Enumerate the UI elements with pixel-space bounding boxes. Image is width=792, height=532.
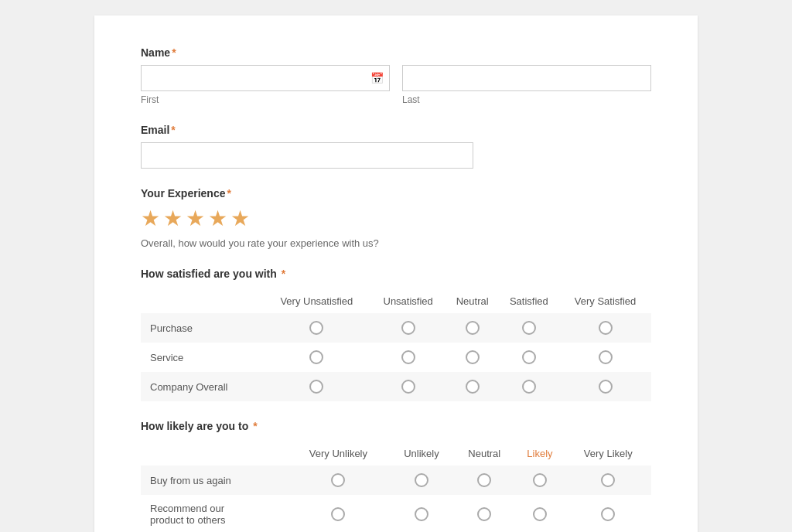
email-label-text: Email: [141, 124, 169, 136]
service-very-unsatisfied-cell: [263, 343, 370, 372]
first-name-field: 📅 First: [141, 65, 390, 105]
recommend-unlikely-cell: [389, 495, 454, 532]
service-very-unsatisfied-radio[interactable]: [309, 350, 323, 364]
name-required-star: *: [172, 46, 176, 59]
purchase-neutral-radio[interactable]: [466, 321, 480, 335]
likely-col-unlikely: Unlikely: [389, 442, 454, 466]
table-row: Service: [141, 343, 651, 372]
table-row: Buy from us again: [141, 466, 651, 495]
satisfaction-section: How satisfied are you with * Very Unsati…: [141, 268, 651, 401]
last-label: Last: [402, 94, 651, 105]
likely-row-header: [141, 442, 288, 466]
company-very-unsatisfied-radio[interactable]: [309, 380, 323, 394]
satisfaction-col-very-unsatisfied: Very Unsatisfied: [263, 289, 370, 313]
purchase-very-satisfied-radio[interactable]: [599, 321, 613, 335]
stars-row: ★ ★ ★ ★ ★: [141, 206, 651, 231]
likely-title: How likely are you to *: [141, 420, 651, 432]
service-neutral-radio[interactable]: [466, 350, 480, 364]
row-label-service: Service: [141, 343, 263, 372]
likely-col-very-unlikely: Very Unlikely: [288, 442, 389, 466]
email-input[interactable]: [141, 142, 473, 169]
row-label-buy-again: Buy from us again: [141, 466, 288, 495]
star-5[interactable]: ★: [230, 206, 250, 231]
satisfaction-header-row: Very Unsatisfied Unsatisfied Neutral Sat…: [141, 289, 651, 313]
likely-section: How likely are you to * Very Unlikely Un…: [141, 420, 651, 532]
recommend-neutral-radio[interactable]: [477, 507, 491, 521]
experience-label: Your Experience*: [141, 187, 651, 200]
row-label-company-overall: Company Overall: [141, 372, 263, 401]
satisfaction-required-star: *: [282, 268, 285, 280]
company-neutral-cell: [446, 372, 499, 401]
buy-neutral-cell: [454, 466, 515, 495]
purchase-very-satisfied-cell: [559, 313, 651, 343]
star-1[interactable]: ★: [141, 206, 160, 231]
buy-very-unlikely-radio[interactable]: [331, 473, 345, 487]
likely-col-neutral: Neutral: [454, 442, 515, 466]
service-very-satisfied-radio[interactable]: [599, 350, 613, 364]
row-label-purchase: Purchase: [141, 313, 263, 343]
table-row: Purchase: [141, 313, 651, 343]
buy-very-unlikely-cell: [288, 466, 389, 495]
company-very-satisfied-radio[interactable]: [599, 380, 613, 394]
recommend-neutral-cell: [454, 495, 515, 532]
recommend-likely-radio[interactable]: [533, 507, 547, 521]
service-unsatisfied-radio[interactable]: [401, 350, 415, 364]
email-required-star: *: [171, 124, 175, 136]
recommend-very-likely-radio[interactable]: [601, 507, 615, 521]
buy-very-likely-radio[interactable]: [601, 473, 615, 487]
recommend-very-unlikely-cell: [288, 495, 389, 532]
recommend-very-likely-cell: [565, 495, 651, 532]
recommend-very-unlikely-radio[interactable]: [331, 507, 345, 521]
star-4[interactable]: ★: [208, 206, 227, 231]
table-row: Company Overall: [141, 372, 651, 401]
buy-unlikely-radio[interactable]: [415, 473, 428, 487]
buy-neutral-radio[interactable]: [477, 473, 491, 487]
table-row: Recommend ourproduct to others: [141, 495, 651, 532]
company-satisfied-radio[interactable]: [522, 380, 536, 394]
purchase-unsatisfied-cell: [370, 313, 446, 343]
name-field-group: Name* 📅 First Last: [141, 46, 651, 105]
row-label-recommend: Recommend ourproduct to others: [141, 495, 288, 532]
satisfaction-row-header: [141, 289, 263, 313]
experience-hint: Overall, how would you rate your experie…: [141, 237, 651, 249]
first-label: First: [141, 94, 390, 105]
company-very-unsatisfied-cell: [263, 372, 370, 401]
buy-likely-radio[interactable]: [533, 473, 547, 487]
last-name-field: Last: [402, 65, 651, 105]
recommend-likely-cell: [515, 495, 565, 532]
service-satisfied-radio[interactable]: [522, 350, 536, 364]
first-name-input[interactable]: [141, 65, 390, 91]
company-unsatisfied-radio[interactable]: [401, 380, 415, 394]
experience-label-text: Your Experience: [141, 187, 225, 200]
likely-col-likely: Likely: [515, 442, 565, 466]
experience-field-group: Your Experience* ★ ★ ★ ★ ★ Overall, how …: [141, 187, 651, 249]
company-satisfied-cell: [499, 372, 560, 401]
recommend-unlikely-radio[interactable]: [415, 507, 428, 521]
purchase-unsatisfied-radio[interactable]: [401, 321, 415, 335]
satisfaction-col-satisfied: Satisfied: [499, 289, 560, 313]
email-field-group: Email*: [141, 124, 651, 169]
survey-form: Name* 📅 First Last Email* Your Experienc: [94, 15, 698, 532]
purchase-very-unsatisfied-cell: [263, 313, 370, 343]
name-label-text: Name: [141, 46, 170, 59]
satisfaction-col-unsatisfied: Unsatisfied: [370, 289, 446, 313]
purchase-satisfied-radio[interactable]: [522, 321, 536, 335]
buy-likely-cell: [515, 466, 565, 495]
company-unsatisfied-cell: [370, 372, 446, 401]
satisfaction-col-very-satisfied: Very Satisfied: [559, 289, 651, 313]
last-name-input[interactable]: [402, 65, 651, 91]
name-row: 📅 First Last: [141, 65, 651, 105]
purchase-very-unsatisfied-radio[interactable]: [309, 321, 323, 335]
satisfaction-table: Very Unsatisfied Unsatisfied Neutral Sat…: [141, 289, 651, 401]
company-neutral-radio[interactable]: [466, 380, 480, 394]
service-unsatisfied-cell: [370, 343, 446, 372]
service-satisfied-cell: [499, 343, 560, 372]
buy-very-likely-cell: [565, 466, 651, 495]
buy-unlikely-cell: [389, 466, 454, 495]
star-2[interactable]: ★: [163, 206, 183, 231]
service-neutral-cell: [446, 343, 499, 372]
satisfaction-col-neutral: Neutral: [446, 289, 499, 313]
likely-header-row: Very Unlikely Unlikely Neutral Likely Ve…: [141, 442, 651, 466]
first-name-wrapper: 📅: [141, 65, 390, 91]
star-3[interactable]: ★: [186, 206, 205, 231]
